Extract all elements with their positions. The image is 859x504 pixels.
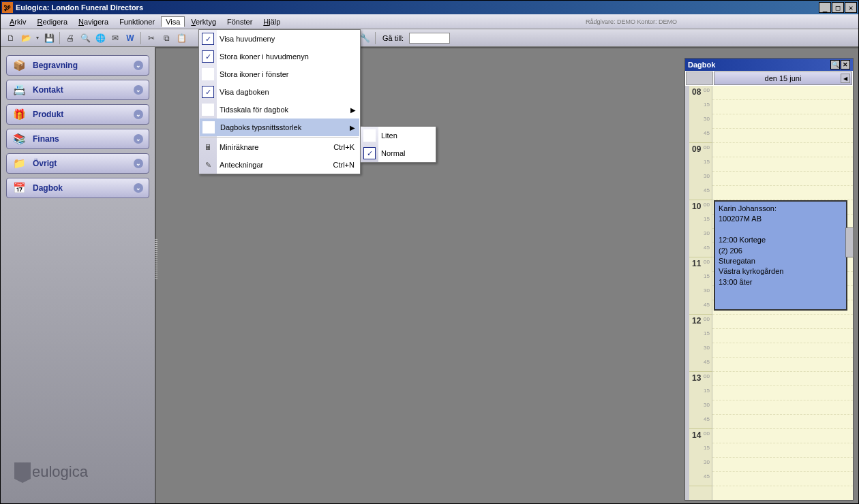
menuitem-label: Visa dagboken (220, 88, 269, 96)
timeslot[interactable] (712, 343, 853, 358)
chevron-down-icon: ⌄ (134, 159, 143, 168)
submenu-arrow-icon: ▶ (350, 106, 356, 114)
timeslot[interactable] (712, 458, 853, 472)
menuitem-visa-huvudmeny[interactable]: ✓Visa huvudmeny (199, 30, 360, 48)
dagbok-body: 0800153045090015304510001530451100153045… (685, 86, 853, 500)
begravning-icon: 📦 (12, 59, 26, 72)
dagbok-date-header[interactable]: den 15 juni ◀ (714, 72, 852, 85)
dagbok-scrollbar[interactable] (845, 227, 854, 257)
word-icon[interactable]: W (124, 32, 136, 44)
menubar: ArkivRedigeraNavigeraFunktionerVisaVerkt… (1, 14, 858, 29)
hour-12: 1200153045 (689, 315, 712, 372)
timeslot[interactable] (712, 129, 853, 143)
dagbok-icon: 📅 (12, 181, 26, 195)
copy-icon[interactable]: ⧉ (160, 32, 172, 44)
menu-arkiv[interactable]: Arkiv (5, 16, 31, 27)
nav-label: Produkt (33, 110, 63, 119)
chevron-down-icon: ⌄ (134, 110, 143, 119)
dropdown-icon[interactable]: ▾ (35, 32, 40, 44)
nav-kontakt[interactable]: 📇Kontakt⌄ (6, 80, 149, 100)
print-icon[interactable]: 🖨 (64, 32, 76, 44)
menuitem-anteckningar[interactable]: ✎AnteckningarCtrl+N (199, 156, 360, 174)
timeslot[interactable] (712, 100, 853, 114)
hour-08: 0800153045 (689, 86, 712, 143)
hour-14: 1400153045 (689, 429, 712, 486)
menuitem-label: Miniräknare (220, 143, 258, 151)
sidebar: 📦Begravning⌄📇Kontakt⌄🎁Produkt⌄📚Finans⌄📁Ö… (1, 47, 155, 503)
goto-label: Gå till: (382, 34, 404, 42)
cut-icon[interactable]: ✂ (145, 32, 157, 44)
paste-icon[interactable]: 📋 (175, 32, 187, 44)
submenuitem-label: Normal (381, 149, 405, 157)
close-button[interactable]: ✕ (845, 2, 857, 13)
produkt-icon: 🎁 (12, 108, 26, 121)
menuitem-label: Stora ikoner i huvudmenyn (220, 52, 309, 61)
timeslot[interactable] (712, 415, 853, 429)
nav-övrigt[interactable]: 📁Övrigt⌄ (6, 153, 149, 174)
dagbok-search-icon[interactable]: 🔍 (830, 60, 840, 69)
timeslot[interactable] (712, 372, 853, 386)
menu-redigera[interactable]: Redigera (32, 16, 72, 27)
timeslot[interactable] (712, 86, 853, 100)
menu-visa[interactable]: Visa (161, 16, 185, 27)
splitter-dots[interactable] (155, 239, 157, 280)
workspace: 📦Begravning⌄📇Kontakt⌄🎁Produkt⌄📚Finans⌄📁Ö… (1, 47, 858, 503)
submenuitem-normal[interactable]: ✓Normal (361, 144, 436, 162)
menuitem-stora-ikoner-i-huvudmenyn[interactable]: ✓Stora ikoner i huvudmenyn (199, 48, 360, 65)
preview-icon[interactable]: 🔍 (79, 32, 91, 44)
timeslot[interactable] (712, 157, 853, 172)
nav-begravning[interactable]: 📦Begravning⌄ (6, 55, 149, 76)
menu-navigera[interactable]: Navigera (74, 16, 113, 27)
nav-label: Finans (33, 134, 59, 144)
menuitem-visa-dagboken[interactable]: ✓Visa dagboken (199, 83, 360, 101)
timeslot[interactable] (712, 186, 853, 200)
menu-hjälp[interactable]: Hjälp (258, 16, 285, 27)
nav-finans[interactable]: 📚Finans⌄ (6, 129, 149, 149)
nav-produkt[interactable]: 🎁Produkt⌄ (6, 104, 149, 125)
submenuitem-liten[interactable]: Liten (361, 127, 436, 144)
globe-icon[interactable]: 🌐 (94, 32, 106, 44)
window-title: Eulogica: London Funeral Directors (16, 3, 819, 12)
calendar-event[interactable]: Karin Johansson:100207M AB 12:00 Kortege… (714, 200, 847, 311)
timeslot[interactable] (712, 172, 853, 186)
timeslot[interactable] (712, 429, 853, 443)
brand-logo: eulogica (14, 462, 88, 483)
menuitem-label: Dagboks typsnittsstorlek (220, 123, 301, 131)
save-icon[interactable]: 💾 (43, 32, 55, 44)
kontakt-icon: 📇 (12, 83, 26, 97)
timeslot[interactable] (712, 329, 853, 343)
maximize-button[interactable]: □ (832, 2, 844, 13)
dagbok-titlebar: Dagbok 🔍 ✕ (685, 59, 853, 71)
dagbok-close-icon[interactable]: ✕ (841, 60, 850, 69)
nav-dagbok[interactable]: 📅Dagbok⌄ (6, 178, 149, 198)
open-icon[interactable]: 📂 (20, 32, 32, 44)
timeslot[interactable] (712, 143, 853, 157)
note-icon: ✎ (202, 161, 214, 170)
menuitem-stora-ikoner-i-fönster[interactable]: Stora ikoner i fönster (199, 65, 360, 83)
dagbok-date-left-icon[interactable]: ◀ (841, 74, 850, 83)
timeslot[interactable] (712, 315, 853, 329)
mail-icon[interactable]: ✉ (109, 32, 121, 44)
timeslot[interactable] (712, 400, 853, 415)
menuitem-label: Stora ikoner i fönster (220, 70, 289, 78)
submenu-arrow-icon: ▶ (350, 124, 355, 131)
menuitem-miniräknare[interactable]: 🖩MiniräknareCtrl+K (199, 138, 360, 156)
timeslot[interactable] (712, 443, 853, 458)
timeslot[interactable] (712, 114, 853, 129)
timeslot[interactable] (712, 358, 853, 372)
menu-verktyg[interactable]: Verktyg (186, 16, 221, 27)
menu-funktioner[interactable]: Funktioner (115, 16, 160, 27)
menu-fönster[interactable]: Fönster (222, 16, 257, 27)
new-icon[interactable]: 🗋 (5, 32, 17, 44)
menuitem-dagboks-typsnittsstorlek[interactable]: Dagboks typsnittsstorlek▶ (200, 119, 359, 136)
check-icon: ✓ (202, 50, 214, 63)
minimize-button[interactable]: _ (819, 2, 831, 13)
chevron-down-icon: ⌄ (134, 85, 143, 95)
separator (59, 32, 60, 44)
menuitem-tidsskala-för-dagbok[interactable]: Tidsskala för dagbok▶ (199, 101, 360, 119)
app-icon: 🕊 (2, 2, 13, 13)
timeslot[interactable] (712, 386, 853, 400)
timeslot[interactable] (712, 472, 853, 486)
toolbar: 🗋 📂 ▾ 💾 🖨 🔍 🌐 ✉ W ✂ ⧉ 📋 🔧 Gå till: (1, 29, 858, 47)
goto-input[interactable] (409, 33, 450, 44)
